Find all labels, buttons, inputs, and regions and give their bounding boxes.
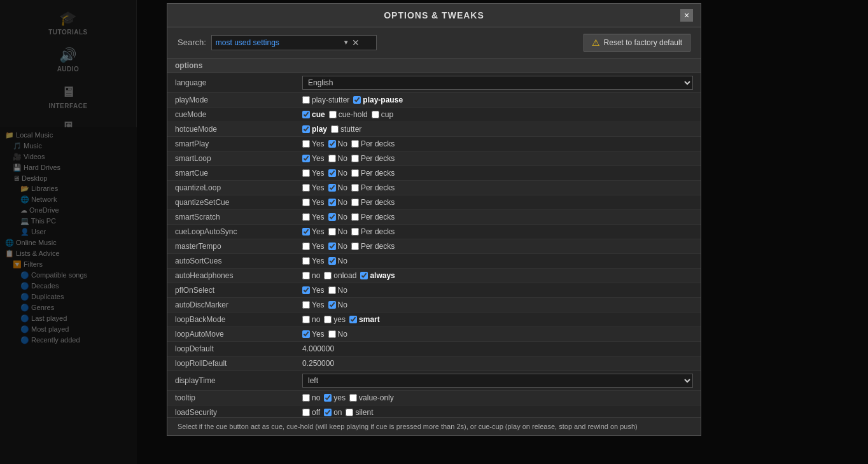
checkbox-No[interactable]: No (328, 169, 347, 178)
checkbox-input-cue[interactable] (302, 111, 310, 118)
checkbox-Yes[interactable]: Yes (302, 139, 325, 148)
checkbox-input-Per decks[interactable] (351, 184, 359, 192)
checkbox-play-pause[interactable]: play-pause (353, 95, 403, 104)
checkbox-Per decks[interactable]: Per decks (351, 198, 395, 207)
checkbox-Per decks[interactable]: Per decks (351, 169, 395, 178)
checkbox-input-Yes[interactable] (302, 228, 310, 236)
checkbox-input-Per decks[interactable] (351, 140, 359, 148)
checkbox-input-Yes[interactable] (302, 257, 310, 265)
checkbox-input-off[interactable] (302, 409, 310, 416)
checkbox-input-play-pause[interactable] (353, 96, 361, 104)
checkbox-cue-hold[interactable]: cue-hold (329, 110, 368, 119)
checkbox-No[interactable]: No (328, 330, 347, 339)
search-clear-button[interactable]: ✕ (349, 38, 362, 48)
checkbox-input-value-only[interactable] (349, 394, 357, 402)
checkbox-no[interactable]: no (302, 271, 320, 280)
checkbox-no[interactable]: no (302, 393, 320, 402)
checkbox-input-No[interactable] (328, 169, 336, 177)
checkbox-input-Yes[interactable] (302, 199, 310, 206)
checkbox-silent[interactable]: silent (346, 408, 373, 417)
checkbox-input-silent[interactable] (346, 409, 353, 416)
checkbox-No[interactable]: No (328, 154, 347, 163)
checkbox-input-cue-hold[interactable] (329, 111, 337, 118)
checkbox-input-Yes[interactable] (302, 140, 310, 148)
checkbox-input-on[interactable] (324, 409, 332, 416)
checkbox-No[interactable]: No (328, 227, 347, 236)
select-language[interactable]: EnglishFrenchGermanSpanish (302, 76, 693, 90)
checkbox-No[interactable]: No (328, 286, 347, 295)
checkbox-input-yes[interactable] (324, 394, 332, 402)
checkbox-No[interactable]: No (328, 300, 347, 309)
select-displayTime[interactable]: leftrightboth (302, 374, 693, 388)
checkbox-input-Yes[interactable] (302, 286, 310, 294)
checkbox-Per decks[interactable]: Per decks (351, 213, 395, 221)
checkbox-Yes[interactable]: Yes (302, 227, 325, 236)
checkbox-off[interactable]: off (302, 408, 320, 417)
checkbox-input-Yes[interactable] (302, 155, 310, 162)
checkbox-input-no[interactable] (302, 394, 310, 402)
checkbox-input-no[interactable] (302, 316, 310, 323)
checkbox-input-stutter[interactable] (331, 125, 339, 133)
checkbox-input-Per decks[interactable] (351, 199, 359, 206)
checkbox-Yes[interactable]: Yes (302, 169, 325, 178)
checkbox-No[interactable]: No (328, 257, 347, 265)
checkbox-No[interactable]: No (328, 198, 347, 207)
close-button[interactable]: × (680, 9, 693, 22)
checkbox-yes[interactable]: yes (324, 315, 346, 324)
checkbox-input-Per decks[interactable] (351, 213, 359, 221)
checkbox-input-No[interactable] (328, 243, 336, 250)
checkbox-play-stutter[interactable]: play-stutter (302, 95, 349, 104)
checkbox-cup[interactable]: cup (372, 110, 393, 119)
checkbox-yes[interactable]: yes (324, 393, 346, 402)
checkbox-input-No[interactable] (328, 155, 336, 162)
checkbox-input-Per decks[interactable] (351, 228, 359, 236)
checkbox-cue[interactable]: cue (302, 110, 325, 119)
checkbox-input-Per decks[interactable] (351, 169, 359, 177)
checkbox-Per decks[interactable]: Per decks (351, 183, 395, 192)
checkbox-input-No[interactable] (328, 257, 336, 265)
checkbox-input-yes[interactable] (324, 316, 332, 323)
checkbox-input-Per decks[interactable] (351, 155, 359, 162)
checkbox-input-Yes[interactable] (302, 243, 310, 250)
checkbox-Yes[interactable]: Yes (302, 242, 325, 251)
checkbox-input-cup[interactable] (372, 111, 379, 118)
checkbox-Per decks[interactable]: Per decks (351, 227, 395, 236)
checkbox-value-only[interactable]: value-only (349, 393, 394, 402)
search-dropdown-button[interactable]: ▼ (343, 39, 349, 46)
checkbox-input-No[interactable] (328, 228, 336, 236)
checkbox-input-Yes[interactable] (302, 301, 310, 309)
reset-factory-button[interactable]: ⚠ Reset to factory default (584, 34, 690, 52)
checkbox-No[interactable]: No (328, 139, 347, 148)
checkbox-Yes[interactable]: Yes (302, 198, 325, 207)
checkbox-Yes[interactable]: Yes (302, 183, 325, 192)
checkbox-on[interactable]: on (324, 408, 342, 417)
checkbox-input-no[interactable] (302, 272, 310, 279)
checkbox-input-No[interactable] (328, 330, 336, 338)
checkbox-Yes[interactable]: Yes (302, 286, 325, 295)
checkbox-Yes[interactable]: Yes (302, 300, 325, 309)
checkbox-onload[interactable]: onload (324, 271, 356, 280)
checkbox-play[interactable]: play (302, 125, 327, 134)
checkbox-input-No[interactable] (328, 213, 336, 221)
search-input[interactable] (216, 38, 343, 47)
checkbox-Yes[interactable]: Yes (302, 213, 325, 221)
checkbox-input-No[interactable] (328, 140, 336, 148)
checkbox-input-No[interactable] (328, 199, 336, 206)
checkbox-input-No[interactable] (328, 301, 336, 309)
checkbox-input-No[interactable] (328, 184, 336, 192)
checkbox-input-Per decks[interactable] (351, 243, 359, 250)
checkbox-No[interactable]: No (328, 183, 347, 192)
checkbox-Per decks[interactable]: Per decks (351, 139, 395, 148)
checkbox-input-play[interactable] (302, 125, 310, 133)
checkbox-No[interactable]: No (328, 242, 347, 251)
checkbox-Yes[interactable]: Yes (302, 257, 325, 265)
checkbox-input-Yes[interactable] (302, 213, 310, 221)
checkbox-no[interactable]: no (302, 315, 320, 324)
checkbox-Yes[interactable]: Yes (302, 154, 325, 163)
checkbox-Per decks[interactable]: Per decks (351, 242, 395, 251)
checkbox-Per decks[interactable]: Per decks (351, 154, 395, 163)
checkbox-stutter[interactable]: stutter (331, 125, 361, 134)
checkbox-input-onload[interactable] (324, 272, 332, 279)
checkbox-smart[interactable]: smart (349, 315, 380, 324)
checkbox-input-smart[interactable] (349, 316, 357, 323)
